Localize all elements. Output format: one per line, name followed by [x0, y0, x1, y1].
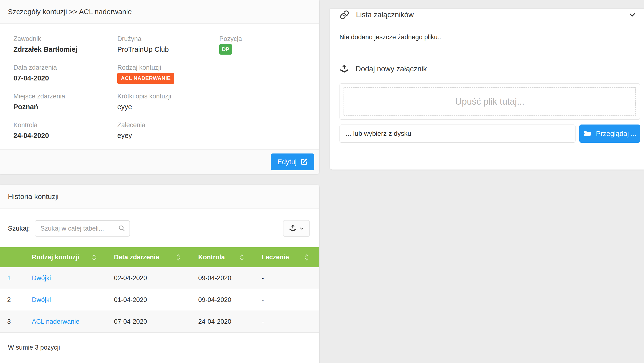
- injury-details-header: Szczegóły kontuzji >> ACL naderwanie: [0, 0, 319, 24]
- col-index: [0, 247, 25, 267]
- row-event-date: 02-04-2020: [107, 267, 191, 289]
- add-attachment-title: Dodaj nowy załącznik: [356, 65, 427, 73]
- open-folder-icon: [583, 129, 592, 138]
- sort-arrows-icon: [92, 254, 97, 261]
- player-name: Zdrzałek Bartłomiej: [14, 46, 117, 54]
- field-label: Kontrola: [14, 122, 117, 129]
- field-label: Miejsce zdarzenia: [14, 93, 117, 100]
- table-row: 1 Dwójki 02-04-2020 09-04-2020 -: [0, 267, 319, 289]
- event-date: 07-04-2020: [14, 74, 117, 82]
- injury-history-table: Rodzaj kontuzji Data zdarzenia: [0, 247, 319, 333]
- tray-arrow-up-icon: [289, 224, 297, 232]
- link-icon: [340, 10, 350, 20]
- row-event-date: 01-04-2020: [107, 289, 191, 311]
- row-checkup: 09-04-2020: [191, 267, 254, 289]
- file-picker-row: ... lub wybierz z dysku Przeglądaj ...: [340, 124, 640, 143]
- table-row: 3 ACL naderwanie 07-04-2020 24-04-2020 -: [0, 311, 319, 332]
- dropzone-container: Upuść plik tutaj...: [340, 83, 640, 120]
- injury-details-footer: Edytuj: [0, 149, 319, 174]
- file-input[interactable]: ... lub wybierz z dysku: [340, 124, 576, 143]
- field-label: Rodzaj kontuzji: [117, 64, 219, 71]
- field-label: Pozycja: [219, 35, 312, 42]
- file-input-text: ... lub wybierz z dysku: [346, 130, 411, 138]
- team-name: ProTrainUp Club: [117, 46, 219, 54]
- edit-button[interactable]: Edytuj: [271, 154, 314, 170]
- field-label: Zawodnik: [14, 35, 117, 42]
- attachments-empty-message: Nie dodano jeszcze żadnego pliku..: [340, 32, 640, 42]
- row-treatment: -: [254, 311, 319, 332]
- row-index: 3: [0, 311, 25, 332]
- page-title: Szczegóły kontuzji >> ACL naderwanie: [8, 8, 132, 16]
- attachments-list-header: Lista załączników: [340, 8, 640, 21]
- col-label: Rodzaj kontuzji: [32, 254, 79, 261]
- row-checkup: 24-04-2020: [191, 311, 254, 332]
- field-injury-type: Rodzaj kontuzji ACL NADERWANIE: [117, 64, 219, 93]
- table-row: 2 Dwójki 01-04-2020 09-04-2020 -: [0, 289, 319, 311]
- col-injury-type[interactable]: Rodzaj kontuzji: [25, 247, 107, 267]
- add-attachment-header: Dodaj nowy załącznik: [340, 63, 640, 75]
- search-input[interactable]: [35, 220, 130, 236]
- row-treatment: -: [254, 289, 319, 311]
- field-label: Data zdarzenia: [14, 64, 117, 71]
- recommendations: eyey: [117, 132, 219, 140]
- col-label: Leczenie: [262, 254, 289, 261]
- file-dropzone[interactable]: Upuść plik tutaj...: [344, 87, 636, 116]
- collapse-attachments-chevron-down-icon[interactable]: [628, 11, 636, 19]
- injury-type-link[interactable]: Dwójki: [32, 274, 51, 282]
- row-treatment: -: [254, 267, 319, 289]
- field-player: Zawodnik Zdrzałek Bartłomiej: [14, 35, 117, 64]
- injury-details-card: Szczegóły kontuzji >> ACL naderwanie Zaw…: [0, 0, 319, 174]
- field-recommendations: Zalecenia eyey: [117, 122, 219, 150]
- field-label: Zalecenia: [117, 122, 219, 129]
- edit-button-label: Edytuj: [277, 158, 296, 166]
- injury-details-fields: Zawodnik Zdrzałek Bartłomiej Drużyna Pro…: [0, 24, 319, 150]
- col-treatment[interactable]: Leczenie: [254, 247, 319, 267]
- table-header-row: Rodzaj kontuzji Data zdarzenia: [0, 247, 319, 267]
- search-icon: [118, 224, 126, 232]
- tray-arrow-up-icon: [340, 64, 349, 74]
- col-checkup[interactable]: Kontrola: [191, 247, 254, 267]
- sort-arrows-icon: [176, 254, 181, 261]
- attachments-list-title: Lista załączników: [356, 10, 414, 19]
- field-event-date: Data zdarzenia 07-04-2020: [14, 64, 117, 93]
- row-event-date: 07-04-2020: [107, 311, 191, 332]
- table-summary: W sumie 3 pozycji: [0, 333, 319, 351]
- injury-type-link[interactable]: ACL naderwanie: [32, 318, 80, 325]
- history-title: Historia kontuzji: [8, 192, 59, 201]
- injury-history-header: Historia kontuzji: [0, 185, 319, 208]
- sort-arrows-icon: [239, 254, 244, 261]
- browse-button-label: Przeglądaj ...: [596, 130, 636, 138]
- col-label: Kontrola: [198, 254, 225, 261]
- injury-history-card: Historia kontuzji Szukaj:: [0, 185, 319, 363]
- injury-type-link[interactable]: Dwójki: [32, 296, 51, 304]
- field-place: Miejsce zdarzenia Poznań: [14, 93, 117, 122]
- export-button[interactable]: [283, 220, 310, 237]
- field-position: Pozycja DP: [219, 35, 312, 64]
- position-badge: DP: [219, 44, 232, 54]
- edit-icon: [300, 158, 308, 166]
- row-index: 2: [0, 289, 25, 311]
- event-place: Poznań: [14, 103, 117, 111]
- injury-description: eyye: [117, 103, 219, 111]
- history-toolbar: Szukaj:: [0, 220, 319, 237]
- row-index: 1: [0, 267, 25, 289]
- field-checkup: Kontrola 24-04-2020: [14, 122, 117, 150]
- right-column: Lista załączników Nie dodano jeszcze żad…: [330, 0, 644, 170]
- field-label: Krótki opis kontuzji: [117, 93, 219, 100]
- dropzone-text: Upuść plik tutaj...: [455, 96, 524, 107]
- field-team: Drużyna ProTrainUp Club: [117, 35, 219, 64]
- browse-button[interactable]: Przeglądaj ...: [579, 124, 640, 143]
- search-label: Szukaj:: [8, 224, 30, 232]
- attachments-card: Lista załączników Nie dodano jeszcze żad…: [330, 8, 644, 170]
- chevron-down-icon: [299, 226, 304, 231]
- sort-arrows-icon: [304, 254, 309, 261]
- col-event-date[interactable]: Data zdarzenia: [107, 247, 191, 267]
- row-checkup: 09-04-2020: [191, 289, 254, 311]
- col-label: Data zdarzenia: [114, 254, 159, 261]
- checkup-date: 24-04-2020: [14, 132, 117, 140]
- left-column: Szczegóły kontuzji >> ACL naderwanie Zaw…: [0, 0, 319, 363]
- field-label: Drużyna: [117, 35, 219, 42]
- field-description: Krótki opis kontuzji eyye: [117, 93, 219, 122]
- injury-type-badge: ACL NADERWANIE: [117, 73, 174, 84]
